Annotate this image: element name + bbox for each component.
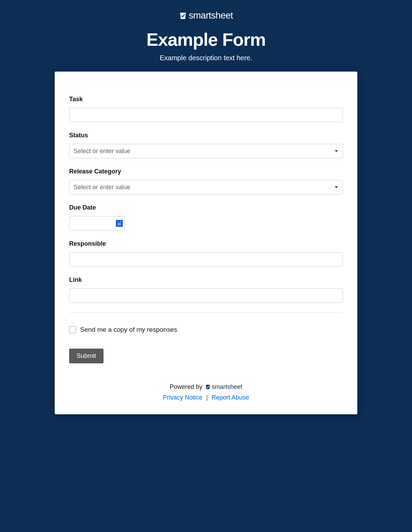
powered-by: Powered by smartsheet (170, 383, 242, 391)
svg-point-2 (118, 221, 118, 222)
divider (69, 312, 343, 313)
field-link: Link (69, 276, 343, 303)
send-copy-label[interactable]: Send me a copy of my responses (80, 326, 177, 333)
release-category-label: Release Category (69, 168, 343, 175)
responsible-label: Responsible (69, 240, 343, 247)
svg-point-3 (120, 221, 121, 222)
release-category-select[interactable]: Select or enter value (69, 180, 343, 194)
smartsheet-icon (205, 384, 210, 390)
field-responsible: Responsible (69, 240, 343, 267)
calendar-icon[interactable]: 31 (116, 220, 123, 227)
field-status: Status Select or enter value (69, 132, 343, 158)
status-select-display: Select or enter value (69, 144, 343, 158)
send-copy-row: Send me a copy of my responses (69, 326, 343, 333)
field-release-category: Release Category Select or enter value (69, 168, 343, 194)
brand-name: smartsheet (189, 10, 233, 21)
brand-logo: smartsheet (179, 10, 233, 21)
powered-by-text: Powered by (170, 383, 202, 391)
responsible-input[interactable] (69, 252, 343, 267)
field-due-date: Due Date 31 (69, 204, 343, 231)
link-label: Link (69, 276, 343, 284)
privacy-notice-link[interactable]: Privacy Notice (163, 394, 203, 401)
form-footer: Powered by smartsheet Privacy Notice | R… (69, 383, 343, 401)
form-card: Task Status Select or enter value Releas… (55, 72, 357, 414)
task-label: Task (69, 96, 343, 103)
submit-button[interactable]: Submit (69, 349, 104, 363)
due-date-label: Due Date (69, 204, 343, 211)
form-header: smartsheet Example Form Example descript… (14, 10, 398, 62)
footer-links: Privacy Notice | Report Abuse (69, 394, 343, 401)
form-title: Example Form (14, 29, 398, 50)
task-input[interactable] (69, 108, 343, 122)
form-description: Example description text here. (14, 54, 398, 62)
report-abuse-link[interactable]: Report Abuse (212, 394, 249, 401)
footer-brand-logo: smartsheet (205, 383, 242, 391)
footer-brand-name: smartsheet (212, 383, 242, 391)
link-input[interactable] (69, 288, 343, 303)
status-select[interactable]: Select or enter value (69, 144, 343, 158)
field-task: Task (69, 96, 343, 122)
send-copy-checkbox[interactable] (69, 326, 76, 333)
due-date-wrapper: 31 (69, 216, 125, 231)
smartsheet-icon (179, 12, 187, 20)
release-category-select-display: Select or enter value (69, 180, 343, 194)
status-label: Status (69, 132, 343, 139)
svg-text:31: 31 (118, 222, 121, 226)
footer-separator: | (206, 394, 208, 401)
